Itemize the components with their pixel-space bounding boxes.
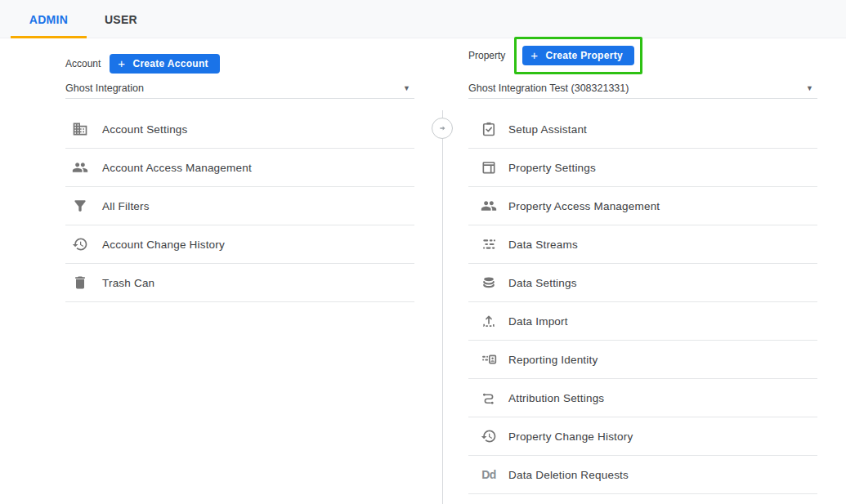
menu-item-property-access-management[interactable]: Property Access Management: [468, 187, 817, 225]
account-selector[interactable]: Ghost Integration ▼: [65, 78, 414, 99]
menu-item-data-streams[interactable]: Data Streams: [468, 225, 817, 264]
dd-text-icon: Dd: [481, 466, 497, 483]
menu-item-data-deletion-requests[interactable]: Dd Data Deletion Requests: [468, 456, 817, 494]
property-menu: Setup Assistant Property Settings Proper…: [468, 110, 817, 494]
people-icon: [72, 159, 88, 176]
menu-item-label: Data Settings: [508, 277, 577, 289]
create-account-button[interactable]: + Create Account: [110, 54, 220, 74]
menu-item-attribution-settings[interactable]: Attribution Settings: [468, 379, 817, 417]
people-icon: [481, 198, 497, 214]
menu-item-label: Data Import: [508, 315, 568, 328]
tab-bar: ADMIN USER: [0, 0, 846, 38]
tab-admin[interactable]: ADMIN: [11, 0, 87, 38]
plus-icon: +: [530, 48, 538, 62]
collapse-panel-button[interactable]: [432, 118, 453, 139]
account-header: Account + Create Account: [65, 51, 414, 76]
menu-item-account-settings[interactable]: Account Settings: [65, 110, 414, 149]
create-property-label: Create Property: [545, 50, 623, 61]
menu-item-data-import[interactable]: Data Import: [468, 302, 817, 341]
menu-item-data-settings[interactable]: Data Settings: [468, 264, 817, 302]
menu-item-label: Data Deletion Requests: [508, 469, 629, 481]
create-property-highlight-box: + Create Property: [514, 37, 642, 74]
active-tab-underline: [11, 36, 87, 38]
upload-icon: [481, 313, 497, 329]
tab-user[interactable]: USER: [87, 0, 155, 38]
admin-page: ADMIN USER Account + Create Account Ghos…: [0, 0, 846, 504]
building-icon: [72, 121, 88, 137]
menu-item-label: Property Change History: [508, 430, 633, 443]
menu-item-account-access-management[interactable]: Account Access Management: [65, 149, 414, 187]
menu-item-label: Account Change History: [102, 239, 225, 251]
menu-item-all-filters[interactable]: All Filters: [65, 187, 414, 225]
route-icon: [481, 390, 497, 406]
database-icon: [481, 274, 497, 291]
plus-icon: +: [118, 56, 125, 70]
chevron-down-icon: ▼: [403, 84, 414, 92]
arrow-right-icon: [436, 123, 448, 134]
menu-item-account-change-history[interactable]: Account Change History: [65, 225, 414, 264]
menu-item-trash-can[interactable]: Trash Can: [65, 264, 414, 302]
filter-icon: [72, 198, 88, 214]
history-icon: [481, 428, 497, 444]
property-selector[interactable]: Ghost Integration Test (308321331) ▼: [468, 78, 817, 99]
menu-item-label: Data Streams: [508, 239, 578, 251]
create-account-label: Create Account: [132, 58, 208, 69]
clipboard-check-icon: [481, 121, 497, 137]
account-menu: Account Settings Account Access Manageme…: [65, 110, 414, 302]
menu-item-label: Trash Can: [102, 277, 154, 289]
menu-item-setup-assistant[interactable]: Setup Assistant: [468, 110, 817, 149]
menu-item-label: Property Access Management: [508, 200, 660, 212]
window-layout-icon: [481, 159, 497, 176]
property-selector-value: Ghost Integration Test (308321331): [468, 83, 629, 94]
menu-item-label: Reporting Identity: [508, 354, 598, 366]
account-label: Account: [65, 58, 101, 69]
menu-item-label: All Filters: [102, 200, 150, 212]
menu-item-label: Setup Assistant: [508, 123, 587, 136]
account-selector-value: Ghost Integration: [65, 83, 144, 94]
menu-item-label: Account Settings: [102, 123, 188, 136]
property-header: Property + Create Property: [468, 43, 817, 68]
menu-item-label: Property Settings: [508, 162, 596, 174]
property-label: Property: [468, 50, 505, 61]
trash-icon: [72, 274, 88, 291]
create-property-button[interactable]: + Create Property: [522, 46, 634, 65]
streams-icon: [481, 236, 497, 252]
chevron-down-icon: ▼: [806, 84, 817, 92]
identity-card-icon: [481, 351, 497, 368]
history-icon: [72, 236, 88, 252]
menu-item-label: Account Access Management: [102, 162, 252, 174]
panel-divider: [442, 110, 443, 504]
menu-item-label: Attribution Settings: [508, 392, 604, 404]
menu-item-reporting-identity[interactable]: Reporting Identity: [468, 341, 817, 379]
menu-item-property-settings[interactable]: Property Settings: [468, 149, 817, 187]
menu-item-property-change-history[interactable]: Property Change History: [468, 417, 817, 456]
